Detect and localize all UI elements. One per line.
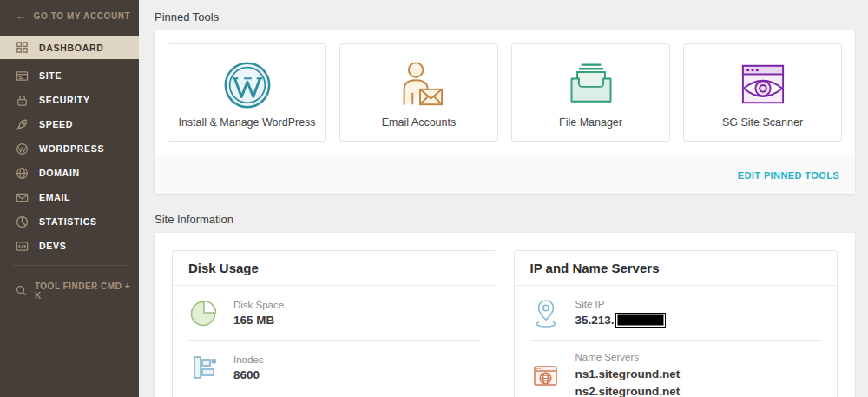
disk-space-pie-icon: [188, 297, 220, 328]
disk-space-label: Disk Space: [233, 300, 284, 310]
rocket-icon: [16, 117, 30, 131]
search-icon: [16, 285, 28, 297]
tool-label: File Manager: [559, 116, 622, 141]
sidebar-item-wordpress[interactable]: WORDPRESS: [0, 136, 139, 161]
sidebar-item-domain[interactable]: DOMAIN: [0, 161, 139, 185]
pie-chart-icon: [16, 215, 30, 228]
name-server-1: ns1.siteground.net: [575, 366, 681, 383]
code-icon: [16, 239, 30, 253]
site-ip-label: Site IP: [575, 299, 666, 309]
go-to-my-account-link[interactable]: ← GO TO MY ACCOUNT: [0, 0, 139, 30]
site-information-heading: Site Information: [155, 213, 855, 226]
wordpress-icon: [16, 142, 30, 155]
pinned-tools-footer: EDIT PINNED TOOLS: [155, 155, 855, 194]
inodes-label: Inodes: [233, 354, 264, 365]
name-server-2: ns2.siteground.net: [575, 383, 681, 397]
tool-label: Install & Manage WordPress: [178, 116, 315, 141]
site-scanner-icon: [736, 44, 790, 116]
sidebar-item-label: SITE: [39, 70, 62, 81]
tool-label: Email Accounts: [382, 116, 456, 141]
tool-card-sg-site-scanner[interactable]: SG Site Scanner: [683, 43, 842, 142]
pinned-tools-heading: Pinned Tools: [155, 10, 855, 23]
redacted-ip-box: [615, 313, 666, 328]
tool-label: SG Site Scanner: [722, 116, 803, 141]
tool-card-install-manage-wordpress[interactable]: Install & Manage WordPress: [168, 43, 326, 142]
sidebar-divider: [12, 265, 127, 266]
tool-finder-label: TOOL FINDER CMD + K: [35, 281, 139, 301]
disk-space-value: 165 MB: [233, 314, 284, 327]
pinned-tools-panel: Install & Manage WordPress Email Account…: [155, 30, 855, 194]
site-information-panel: Disk Usage Disk Space 165 MB: [155, 233, 855, 397]
name-servers-row: Name Servers ns1.siteground.net ns2.site…: [515, 341, 838, 397]
sidebar-item-speed[interactable]: SPEED: [0, 112, 139, 136]
sidebar-item-label: SECURITY: [39, 95, 90, 105]
sidebar-item-label: EMAIL: [39, 192, 70, 202]
inodes-row: Inodes 8600: [173, 341, 496, 394]
sidebar-item-statistics[interactable]: STATISTICS: [0, 209, 139, 234]
name-servers-label: Name Servers: [575, 352, 681, 362]
sidebar-item-devs[interactable]: DEVS: [0, 234, 139, 258]
disk-usage-title: Disk Usage: [173, 251, 496, 286]
site-browser-icon: [16, 69, 30, 83]
sidebar-item-label: DOMAIN: [39, 168, 80, 178]
envelope-icon: [16, 190, 30, 204]
globe-icon: [16, 166, 30, 180]
sidebar-item-label: STATISTICS: [39, 216, 97, 227]
site-ip-value: 35.213.: [575, 314, 615, 327]
site-information-grid: Disk Usage Disk Space 165 MB: [155, 233, 855, 397]
sidebar-item-label: WORDPRESS: [39, 143, 104, 154]
back-arrow-icon: ←: [16, 10, 27, 21]
dashboard-grid-icon: [16, 41, 30, 55]
disk-usage-card: Disk Usage Disk Space 165 MB: [172, 250, 496, 397]
location-pin-icon: [530, 297, 562, 328]
edit-pinned-tools-link[interactable]: EDIT PINNED TOOLS: [738, 170, 839, 181]
ip-name-servers-card: IP and Name Servers Site IP 35.213.: [514, 250, 838, 397]
tool-finder[interactable]: TOOL FINDER CMD + K: [0, 273, 139, 301]
sidebar-item-label: DASHBOARD: [39, 43, 104, 53]
sidebar-item-security[interactable]: SECURITY: [0, 88, 139, 112]
main-content: Pinned Tools Install & Manage WordPress: [139, 0, 868, 397]
tool-card-email-accounts[interactable]: Email Accounts: [339, 43, 498, 142]
sidebar-item-label: SPEED: [39, 119, 73, 129]
sidebar-item-label: DEVS: [39, 241, 66, 251]
email-accounts-icon: [394, 44, 444, 116]
sidebar-item-email[interactable]: EMAIL: [0, 185, 139, 209]
pinned-tools-grid: Install & Manage WordPress Email Account…: [155, 30, 855, 155]
sidebar-item-dashboard[interactable]: DASHBOARD: [0, 36, 139, 59]
padlock-icon: [16, 93, 30, 107]
wordpress-logo-icon: [220, 44, 274, 116]
sidebar-item-site[interactable]: SITE: [0, 63, 139, 88]
inodes-value: 8600: [233, 368, 264, 381]
ip-name-servers-title: IP and Name Servers: [515, 251, 838, 286]
file-manager-icon: [565, 44, 617, 116]
disk-space-row: Disk Space 165 MB: [173, 286, 496, 340]
sidebar-divider: [12, 30, 127, 30]
site-ip-row: Site IP 35.213.: [515, 286, 838, 340]
inodes-icon: [188, 352, 220, 383]
tool-card-file-manager[interactable]: File Manager: [511, 43, 670, 142]
sidebar: ← GO TO MY ACCOUNT DASHBOARD SITE SECURI…: [0, 0, 139, 397]
nameserver-globe-window-icon: [530, 361, 562, 392]
go-to-my-account-label: GO TO MY ACCOUNT: [34, 11, 131, 21]
